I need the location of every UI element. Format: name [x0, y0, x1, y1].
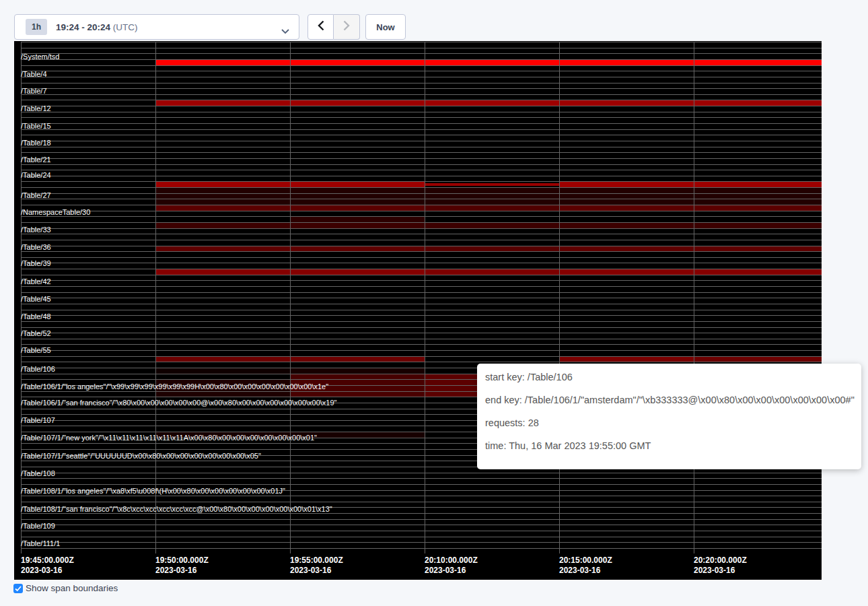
span-boundary-line: [21, 71, 822, 71]
span-boundary-line: [21, 269, 822, 269]
tooltip-line: time: Thu, 16 Mar 2023 19:55:00 GMT: [485, 436, 853, 459]
time-range-duration-badge: 1h: [26, 19, 47, 35]
span-boundary-line: [21, 286, 822, 287]
time-gridline: [425, 42, 425, 553]
heatmap-bar: [155, 188, 822, 193]
row-label: /Table/106/1/"los angeles"/"\x99\x99\x99…: [21, 383, 328, 391]
span-boundary-line: [21, 356, 822, 357]
heatmap[interactable]: /System/tsd/Table/4/Table/7/Table/12/Tab…: [14, 41, 822, 580]
show-span-boundaries-checkbox[interactable]: [13, 584, 23, 593]
span-boundary-line: [21, 339, 822, 339]
row-label: /Table/18: [21, 139, 51, 147]
x-axis-label: 20:20:00.000Z 2023-03-16: [694, 556, 747, 576]
span-boundary-line: [21, 537, 822, 537]
x-axis-label: 19:55:00.000Z 2023-03-16: [290, 556, 343, 576]
span-boundary-line: [21, 117, 822, 118]
x-axis-label: 19:50:00.000Z 2023-03-16: [155, 556, 209, 576]
next-time-button[interactable]: [334, 14, 360, 40]
row-label: /Table/107/1/"new york"/"\x11\x11\x11\x1…: [21, 434, 317, 442]
x-axis-label: 19:45:00.000Z 2023-03-16: [21, 556, 74, 576]
span-boundary-line: [21, 83, 822, 83]
span-boundary-line: [21, 123, 822, 124]
span-boundary-line: [21, 59, 822, 60]
row-label: /NamespaceTable/30: [21, 209, 90, 216]
row-label: /Table/106/1/"san francisco"/"\x80\x00\x…: [21, 399, 337, 407]
span-boundary-line: [21, 48, 822, 48]
heatmap-bar: [694, 357, 822, 362]
span-boundary-line: [21, 251, 822, 252]
span-boundary-line: [21, 292, 822, 293]
time-gridline: [694, 42, 694, 553]
heatmap-bar: [155, 194, 822, 199]
now-button[interactable]: Now: [365, 14, 406, 40]
heatmap-bar: [155, 223, 822, 228]
span-boundary-line: [21, 187, 822, 188]
span-boundary-line: [21, 170, 822, 170]
span-boundary-line: [21, 211, 822, 211]
row-label: /Table/33: [21, 226, 51, 234]
tooltip-line: end key: /Table/106/1/"amsterdam"/"\xb33…: [485, 390, 853, 413]
span-boundary-line: [21, 525, 822, 525]
heatmap-bar: [425, 246, 559, 251]
time-gridline: [559, 42, 560, 553]
row-label: /Table/39: [21, 260, 51, 267]
heatmap-bar: [559, 246, 822, 251]
time-range-label: 19:24 - 20:24 (UTC): [56, 22, 138, 32]
tooltip-line: requests: 28: [485, 413, 853, 436]
heatmap-bar: [155, 60, 822, 65]
span-boundary-line: [21, 158, 822, 159]
span-boundary-line: [21, 304, 822, 304]
prev-time-button[interactable]: [308, 14, 334, 40]
span-boundary-line: [21, 100, 822, 100]
heatmap-tooltip: start key: /Table/106end key: /Table/106…: [477, 364, 861, 469]
span-boundary-line: [21, 112, 822, 112]
time-nav-group: [308, 14, 360, 40]
chevron-left-icon: [318, 20, 324, 34]
span-boundary-line: [21, 478, 822, 479]
span-boundary-line: [21, 246, 822, 246]
tooltip-line: start key: /Table/106: [485, 367, 853, 390]
heatmap-bar: [290, 374, 425, 379]
span-boundary-line: [21, 263, 822, 263]
span-boundary-line: [21, 542, 822, 543]
span-boundary-line: [21, 321, 822, 322]
span-boundary-line: [21, 135, 822, 135]
show-span-boundaries-label: Show span boundaries: [26, 583, 118, 594]
span-boundary-line: [21, 275, 822, 275]
span-boundary-line: [21, 193, 822, 194]
span-boundary-line: [21, 216, 822, 217]
heatmap-bar: [290, 217, 425, 222]
span-boundary-line: [21, 181, 822, 182]
heatmap-bar: [155, 368, 290, 374]
span-boundary-line: [21, 222, 822, 223]
row-label: /Table/27: [21, 192, 51, 199]
span-boundary-line: [21, 129, 822, 130]
span-boundary-line: [21, 496, 822, 496]
span-boundary-line: [21, 298, 822, 298]
span-boundary-line: [21, 53, 822, 54]
time-range-selector[interactable]: 1h 19:24 - 20:24 (UTC): [14, 14, 299, 40]
span-boundary-line: [21, 234, 822, 234]
span-boundary-line: [21, 88, 822, 89]
span-boundary-line: [21, 333, 822, 333]
show-span-boundaries-control: Show span boundaries: [13, 583, 118, 594]
row-label: /Table/21: [21, 156, 51, 164]
row-label: /System/tsd: [21, 53, 59, 61]
row-label: /Table/24: [21, 172, 51, 179]
x-axis-label: 20:15:00.000Z 2023-03-16: [559, 556, 612, 576]
row-label: /Table/107: [21, 417, 55, 424]
row-label: /Table/36: [21, 244, 51, 251]
span-boundary-line: [21, 548, 822, 549]
span-boundary-line: [21, 228, 822, 229]
row-label: /Table/48: [21, 313, 51, 321]
row-label: /Table/42: [21, 278, 51, 285]
row-label: /Table/7: [21, 88, 47, 95]
span-boundary-line: [21, 344, 822, 345]
heatmap-bar: [559, 205, 822, 211]
span-boundary-line: [21, 77, 822, 77]
span-boundary-line: [21, 531, 822, 531]
span-boundary-line: [21, 147, 822, 147]
row-label: /Table/108/1/"san francisco"/"\x8c\xcc\x…: [21, 506, 332, 513]
span-boundary-line: [21, 205, 822, 205]
span-boundary-line: [21, 164, 822, 165]
